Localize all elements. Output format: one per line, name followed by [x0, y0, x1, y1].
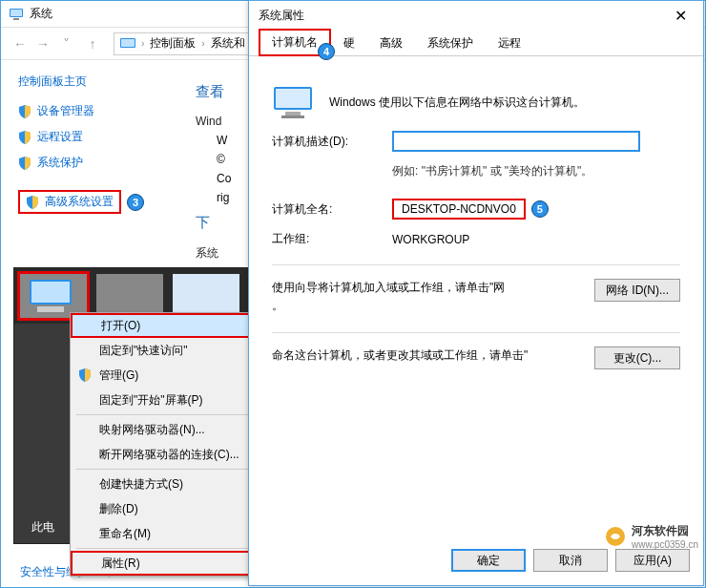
cancel-button[interactable]: 取消 — [533, 549, 608, 572]
remote-settings-link[interactable]: 远程设置 — [18, 129, 175, 145]
watermark-icon — [605, 526, 626, 547]
link-label: 设备管理器 — [37, 103, 94, 119]
change-button[interactable]: 更改(C)... — [594, 346, 680, 369]
step-badge-5: 5 — [531, 200, 549, 218]
system-title: 系统 — [30, 6, 52, 22]
ok-button[interactable]: 确定 — [451, 549, 526, 572]
dialog-buttons: 确定 取消 应用(A) — [451, 549, 690, 572]
pc-icon — [120, 38, 135, 50]
tab-label: 远程 — [498, 36, 521, 50]
chevron-right-icon: › — [201, 38, 204, 49]
link-label: 高级系统设置 — [45, 194, 114, 210]
forward-button[interactable]: → — [31, 32, 54, 55]
svg-rect-9 — [276, 89, 310, 108]
desc-example: 例如: "书房计算机" 或 "美玲的计算机"。 — [392, 163, 680, 179]
change-text: 命名这台计算机，或者更改其域或工作组，请单击" — [272, 346, 585, 365]
svg-rect-1 — [10, 10, 22, 16]
watermark: 河东软件园 www.pc0359.cn — [605, 523, 698, 550]
workgroup-label: 工作组: — [272, 231, 377, 247]
svg-rect-7 — [37, 306, 64, 312]
ctx-label: 断开网络驱动器的连接(C)... — [99, 447, 239, 463]
this-pc-label: 此电 — [31, 519, 54, 536]
tab-label: 高级 — [380, 36, 403, 50]
shield-icon — [18, 131, 31, 144]
svg-rect-4 — [121, 39, 135, 47]
control-panel-home-link[interactable]: 控制面板主页 — [18, 74, 175, 90]
ctx-label: 管理(G) — [99, 368, 138, 384]
tab-hardware[interactable]: 硬 — [331, 31, 367, 56]
workgroup-value: WORKGROUP — [392, 233, 469, 246]
watermark-url: www.pc0359.cn — [632, 539, 698, 550]
fullname-label: 计算机全名: — [272, 201, 377, 218]
tab-computer-name[interactable]: 计算机名 4 — [259, 29, 331, 56]
up-button[interactable]: ↑ — [81, 32, 104, 55]
link-label: 远程设置 — [37, 129, 83, 145]
dialog-titlebar: 系统属性 ✕ — [249, 1, 703, 30]
ctx-label: 属性(R) — [101, 556, 140, 572]
desc-label: 计算机描述(D): — [272, 134, 377, 150]
device-manager-link[interactable]: 设备管理器 — [18, 103, 175, 119]
tab-label: 硬 — [343, 36, 355, 50]
tab-label: 系统保护 — [427, 36, 473, 50]
advanced-system-settings-link[interactable]: 高级系统设置 — [18, 190, 121, 214]
svg-rect-2 — [13, 18, 19, 20]
step-badge-3: 3 — [127, 194, 144, 211]
svg-rect-11 — [281, 116, 304, 118]
ctx-label: 删除(D) — [99, 501, 138, 517]
link-label: 系统保护 — [37, 155, 83, 171]
info-text: Windows 使用以下信息在网络中标识这台计算机。 — [329, 94, 585, 111]
computer-fullname-value: DESKTOP-NCDNVO0 — [392, 199, 526, 220]
ctx-label: 固定到"快速访问" — [99, 343, 188, 359]
recent-dropdown[interactable]: ˅ — [54, 32, 77, 55]
crumb-sys[interactable]: 系统和 — [211, 35, 245, 52]
system-icon — [9, 7, 24, 22]
shield-icon — [18, 157, 31, 170]
ctx-label: 打开(O) — [101, 318, 140, 334]
back-button[interactable]: ← — [9, 32, 31, 55]
dialog-body: Windows 使用以下信息在网络中标识这台计算机。 计算机描述(D): 例如:… — [249, 56, 703, 387]
netid-text: 使用向导将计算机加入域或工作组，请单击"网 。 — [272, 279, 585, 315]
computer-description-input[interactable] — [392, 131, 640, 152]
ctx-label: 重命名(M) — [99, 526, 151, 542]
computer-icon — [272, 85, 314, 119]
shield-icon — [26, 196, 39, 209]
dialog-tabs: 计算机名 4 硬 高级 系统保护 远程 — [249, 30, 703, 56]
crumb-cp[interactable]: 控制面板 — [150, 35, 196, 52]
tab-advanced[interactable]: 高级 — [367, 31, 415, 56]
watermark-name: 河东软件园 — [632, 523, 698, 539]
svg-rect-6 — [31, 282, 70, 303]
ctx-label: 固定到"开始"屏幕(P) — [99, 392, 203, 409]
apply-button[interactable]: 应用(A) — [615, 549, 690, 572]
ctx-label: 映射网络驱动器(N)... — [99, 422, 205, 438]
close-button[interactable]: ✕ — [667, 7, 694, 25]
system-protection-link[interactable]: 系统保护 — [18, 155, 175, 171]
network-id-button[interactable]: 网络 ID(N)... — [594, 279, 680, 302]
tab-remote[interactable]: 远程 — [486, 31, 533, 56]
tab-protection[interactable]: 系统保护 — [415, 31, 486, 56]
dialog-title: 系统属性 — [259, 8, 304, 24]
system-properties-dialog: 系统属性 ✕ 计算机名 4 硬 高级 系统保护 远程 Windows 使用以下信… — [248, 0, 704, 586]
tab-label: 计算机名 — [272, 35, 318, 49]
shield-icon — [18, 105, 31, 118]
ctx-label: 创建快捷方式(S) — [99, 476, 183, 493]
shield-icon — [78, 368, 92, 382]
svg-rect-10 — [285, 112, 301, 116]
chevron-right-icon: › — [141, 38, 144, 49]
